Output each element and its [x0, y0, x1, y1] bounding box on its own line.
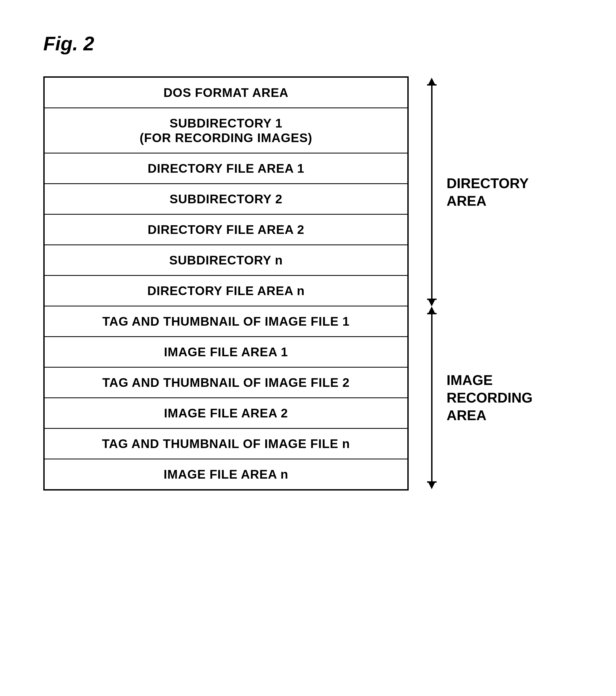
table-row: DOS FORMAT AREA — [45, 78, 407, 108]
table-row: DIRECTORY FILE AREA 1 — [45, 154, 407, 184]
table-row: TAG AND THUMBNAIL OF IMAGE FILE 2 — [45, 368, 407, 398]
image-label: IMAGE RECORDING AREA — [446, 371, 533, 424]
row-tag-thumbnail-n: TAG AND THUMBNAIL OF IMAGE FILE n — [102, 437, 350, 451]
row-directory-file-area-n: DIRECTORY FILE AREA n — [147, 283, 305, 298]
directory-bracket: DIRECTORY AREA — [425, 78, 522, 306]
image-bracket-lines — [425, 306, 439, 489]
table-row: SUBDIRECTORY 2 — [45, 184, 407, 215]
arrow-head-down-directory — [428, 300, 435, 306]
table-row: SUBDIRECTORY 1 (FOR RECORDING IMAGES) — [45, 108, 407, 154]
table-row: IMAGE FILE AREA n — [45, 459, 407, 489]
table-row: SUBDIRECTORY n — [45, 245, 407, 276]
row-image-file-area-2: IMAGE FILE AREA 2 — [164, 406, 288, 421]
figure-title: Fig. 2 — [43, 32, 573, 55]
row-subdirectory-n: SUBDIRECTORY n — [169, 253, 283, 267]
annotations: DIRECTORY AREA — [425, 76, 522, 489]
row-directory-file-area-2: DIRECTORY FILE AREA 2 — [147, 222, 304, 237]
directory-label: DIRECTORY AREA — [446, 175, 528, 210]
row-subdirectory-2: SUBDIRECTORY 2 — [170, 192, 282, 206]
table-row: DIRECTORY FILE AREA 2 — [45, 215, 407, 245]
v-line-directory — [431, 85, 432, 299]
arrow-head-up-image — [428, 306, 435, 313]
arrow-head-up-directory — [428, 78, 435, 84]
diagram-wrapper: DOS FORMAT AREA SUBDIRECTORY 1 (FOR RECO… — [43, 76, 573, 491]
directory-bracket-lines — [425, 78, 439, 306]
table-row: DIRECTORY FILE AREA n — [45, 276, 407, 306]
page-container: Fig. 2 DOS FORMAT AREA SUBDIRECTORY 1 (F… — [0, 0, 616, 523]
image-bracket: IMAGE RECORDING AREA — [425, 306, 522, 489]
row-dos-format: DOS FORMAT AREA — [163, 85, 288, 100]
row-tag-thumbnail-1: TAG AND THUMBNAIL OF IMAGE FILE 1 — [102, 314, 350, 329]
row-tag-thumbnail-2: TAG AND THUMBNAIL OF IMAGE FILE 2 — [102, 375, 350, 390]
table-row: TAG AND THUMBNAIL OF IMAGE FILE n — [45, 429, 407, 459]
main-table: DOS FORMAT AREA SUBDIRECTORY 1 (FOR RECO… — [43, 76, 409, 491]
v-line-image — [431, 314, 432, 481]
table-row: TAG AND THUMBNAIL OF IMAGE FILE 1 — [45, 306, 407, 337]
row-image-file-area-n: IMAGE FILE AREA n — [164, 467, 288, 481]
arrow-head-down-image — [428, 483, 435, 489]
table-row: IMAGE FILE AREA 1 — [45, 337, 407, 368]
row-subdirectory-1: SUBDIRECTORY 1 (FOR RECORDING IMAGES) — [140, 116, 312, 145]
directory-label-container: DIRECTORY AREA — [439, 78, 514, 306]
row-directory-file-area-1: DIRECTORY FILE AREA 1 — [147, 161, 304, 176]
row-image-file-area-1: IMAGE FILE AREA 1 — [164, 345, 288, 359]
table-row: IMAGE FILE AREA 2 — [45, 398, 407, 429]
image-label-container: IMAGE RECORDING AREA — [439, 306, 522, 489]
